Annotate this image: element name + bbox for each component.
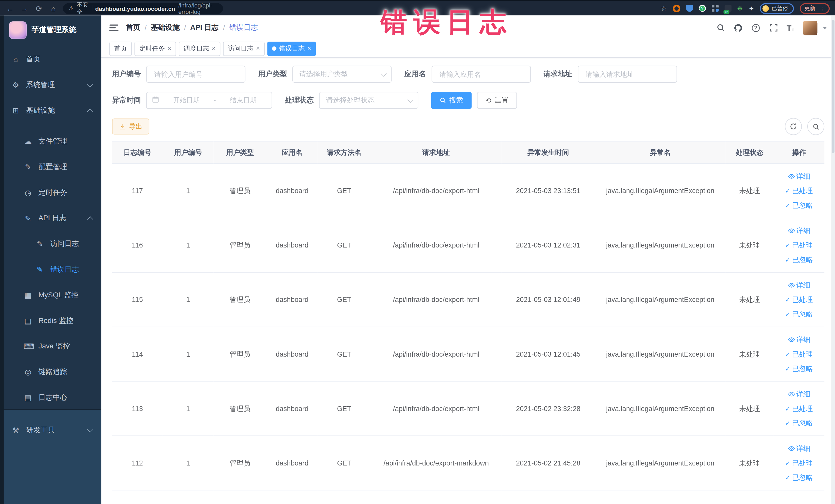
tab-home[interactable]: 首页: [109, 41, 132, 56]
avatar-caret-icon[interactable]: [823, 26, 827, 29]
mark-ignored-link[interactable]: ✓ 已忽略: [785, 418, 813, 428]
search-icon[interactable]: [716, 23, 725, 32]
mark-processed-link[interactable]: ✓ 已处理: [785, 186, 813, 195]
sidebar-item-label: 首页: [26, 55, 41, 64]
detail-link[interactable]: 详细: [788, 226, 810, 236]
detail-link[interactable]: 详细: [788, 444, 810, 453]
url-path: /infra/log/api-error-log: [178, 2, 217, 15]
mark-processed-link[interactable]: ✓ 已处理: [785, 295, 813, 304]
filter-row-2: 异常时间 开始日期 - 结束日期 处理状态 请选择处理状态: [112, 92, 824, 109]
mark-ignored-link[interactable]: ✓ 已忽略: [785, 201, 813, 210]
extension-icon-grid[interactable]: [712, 5, 719, 12]
close-icon[interactable]: ×: [307, 45, 311, 53]
fullscreen-icon[interactable]: [769, 23, 778, 32]
extension-icon-leaf[interactable]: ❋: [737, 5, 742, 12]
cell-app-name: dashboard: [267, 273, 317, 327]
tab-access-log[interactable]: 访问日志×: [223, 41, 265, 56]
mark-processed-link[interactable]: ✓ 已处理: [785, 404, 813, 413]
browser-forward-button[interactable]: →: [20, 5, 29, 12]
sidebar-item-infrastructure[interactable]: ⊞ 基础设施: [0, 98, 101, 123]
sidebar-item-label: 定时任务: [39, 188, 67, 198]
extension-icon-orange[interactable]: [673, 5, 680, 12]
breadcrumb-item-current: 错误日志: [229, 23, 258, 32]
annotation-error-log: 错误日志: [381, 4, 513, 40]
extension-icon-switch[interactable]: on: [725, 5, 731, 12]
browser-back-button[interactable]: ←: [5, 5, 15, 12]
request-url-input[interactable]: [577, 66, 677, 83]
scrollbar-thumb[interactable]: [832, 20, 834, 153]
date-range-picker[interactable]: 开始日期 - 结束日期: [146, 92, 272, 109]
mark-processed-link[interactable]: ✓ 已处理: [785, 349, 813, 359]
address-bar[interactable]: ⚠ 不安全 dashboard.yudao.iocoder.cn/infra/l…: [63, 3, 223, 14]
sidebar-item-scheduled-tasks[interactable]: ◷ 定时任务: [0, 180, 101, 205]
detail-link[interactable]: 详细: [788, 335, 810, 344]
export-button[interactable]: 导出: [112, 118, 150, 134]
app-logo[interactable]: 芋道管理系统: [0, 15, 101, 44]
tab-schedule-log[interactable]: 调度日志×: [179, 41, 220, 56]
cell-exception-name: java.lang.IllegalArgumentException: [595, 436, 726, 490]
sidebar-item-error-log[interactable]: ✎ 错误日志: [0, 257, 101, 282]
mark-ignored-link[interactable]: ✓ 已忽略: [785, 364, 813, 373]
user-type-select[interactable]: 请选择用户类型: [292, 66, 392, 83]
sidebar-item-label: 配置管理: [39, 162, 67, 172]
breadcrumb-item[interactable]: 基础设施: [151, 23, 180, 32]
user-avatar[interactable]: [803, 21, 817, 35]
sidebar-item-trace[interactable]: ◎ 链路追踪: [0, 359, 101, 385]
extension-icon-shield[interactable]: [686, 5, 693, 12]
cell-status: 未处理: [726, 327, 774, 381]
sidebar-item-config-management[interactable]: ✎ 配置管理: [0, 154, 101, 180]
detail-link[interactable]: 详细: [788, 389, 810, 399]
mark-ignored-link[interactable]: ✓ 已忽略: [785, 309, 813, 319]
sidebar-item-file-management[interactable]: ☁ 文件管理: [0, 129, 101, 154]
close-icon[interactable]: ×: [256, 45, 260, 53]
cell-status: 未处理: [726, 218, 774, 273]
refresh-circle-button[interactable]: [785, 118, 802, 135]
toggle-search-circle-button[interactable]: [807, 118, 824, 135]
help-icon[interactable]: [751, 23, 760, 32]
cell-status: 未处理: [726, 164, 774, 218]
browser-reload-button[interactable]: ⟳: [34, 5, 44, 12]
bookmark-star-icon[interactable]: ☆: [661, 4, 667, 12]
sidebar-item-dev-tools[interactable]: ⚒ 研发工具: [0, 417, 101, 443]
reset-button[interactable]: ⟲ 重置: [477, 92, 517, 109]
col-log-id: 日志编号: [112, 142, 163, 164]
github-icon[interactable]: [734, 23, 743, 32]
close-icon[interactable]: ×: [168, 45, 171, 53]
sidebar-item-log-center[interactable]: ▤ 日志中心: [0, 385, 101, 410]
font-size-icon[interactable]: TT: [787, 24, 794, 32]
tab-error-log[interactable]: 错误日志×: [267, 41, 316, 56]
extension-icon-green[interactable]: V: [699, 5, 706, 12]
sidebar-item-access-log[interactable]: ✎ 访问日志: [0, 231, 101, 257]
close-icon[interactable]: ×: [212, 45, 216, 53]
page-content: 用户编号 用户类型 请选择用户类型 应用名 请求地址: [101, 58, 835, 504]
browser-menu-kebab-icon[interactable]: ⋮: [819, 5, 825, 12]
sidebar-item-home[interactable]: ⌂ 首页: [0, 46, 101, 72]
sidebar-collapse-icon[interactable]: [109, 25, 118, 31]
col-method: 请求方法名: [318, 142, 371, 164]
mark-ignored-link[interactable]: ✓ 已忽略: [785, 255, 813, 264]
user-id-input[interactable]: [146, 66, 246, 83]
browser-update-button[interactable]: 更新⋮: [799, 3, 830, 14]
mark-ignored-link[interactable]: ✓ 已忽略: [785, 473, 813, 482]
extensions-puzzle-icon[interactable]: ✦: [749, 5, 754, 12]
detail-link[interactable]: 详细: [788, 172, 810, 181]
sidebar-item-system-management[interactable]: ⚙ 系统管理: [0, 72, 101, 98]
sidebar-item-api-log[interactable]: ✎ API 日志: [0, 205, 101, 231]
breadcrumb-item[interactable]: 首页: [126, 23, 140, 32]
page-scrollbar[interactable]: [831, 15, 835, 504]
profile-chip-paused[interactable]: 已暂停: [760, 3, 794, 14]
app-name-input[interactable]: [431, 66, 531, 83]
search-button[interactable]: 搜索: [431, 92, 472, 109]
sidebar-item-java-monitor[interactable]: ⌨ Java 监控: [0, 334, 101, 359]
col-request-url: 请求地址: [371, 142, 502, 164]
log-icon: ✎: [35, 265, 44, 274]
tab-scheduled-tasks[interactable]: 定时任务×: [135, 41, 176, 56]
sidebar-item-redis-monitor[interactable]: ▤ Redis 监控: [0, 308, 101, 334]
breadcrumb-item[interactable]: API 日志: [190, 23, 219, 32]
mark-processed-link[interactable]: ✓ 已处理: [785, 458, 813, 467]
detail-link[interactable]: 详细: [788, 280, 810, 290]
browser-home-button[interactable]: ⌂: [48, 5, 58, 12]
sidebar-item-mysql-monitor[interactable]: ▦ MySQL 监控: [0, 282, 101, 308]
mark-processed-link[interactable]: ✓ 已处理: [785, 240, 813, 250]
status-select[interactable]: 请选择处理状态: [319, 92, 419, 109]
